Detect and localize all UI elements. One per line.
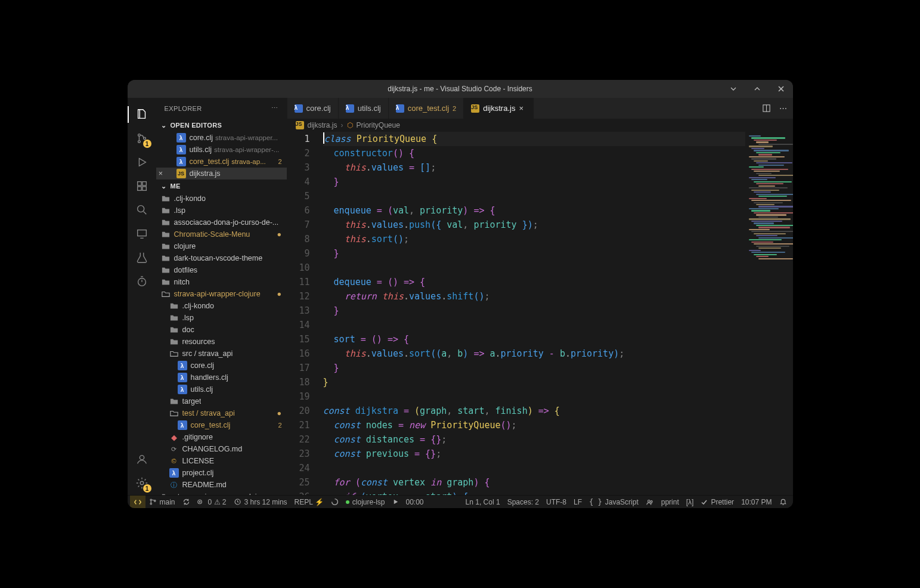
code-line[interactable]: const distances = {}; <box>323 432 745 447</box>
tree-folder[interactable]: dark-toucan-vscode-theme <box>156 252 287 264</box>
status-encoding[interactable]: UTF-8 <box>543 496 570 508</box>
tree-folder[interactable]: associacao-dona-jo-curso-de-... <box>156 216 287 228</box>
run-debug-icon[interactable] <box>128 150 156 174</box>
tree-folder[interactable]: dotfiles <box>156 264 287 276</box>
code-line[interactable]: this.values.sort((a, b) => a.priority - … <box>323 346 745 361</box>
tree-folder[interactable]: doc <box>156 324 287 336</box>
code-line[interactable]: this.values = []; <box>323 160 745 175</box>
window-maximize-button[interactable] <box>745 80 769 98</box>
code-line[interactable] <box>323 318 745 332</box>
status-sync[interactable] <box>179 496 194 508</box>
remote-icon[interactable] <box>128 222 156 246</box>
editor-tab[interactable]: JSdijkstra.js× <box>464 98 534 119</box>
status-calva-loading[interactable] <box>327 496 342 508</box>
code-line[interactable]: } <box>323 304 745 318</box>
code-line[interactable]: if (vertex === start) { <box>323 490 745 495</box>
code-line[interactable]: dequeue = () => { <box>323 275 745 289</box>
tree-file[interactable]: λutils.clj <box>156 383 287 395</box>
tree-folder[interactable]: test / strava_api● <box>156 407 287 419</box>
code-line[interactable]: } <box>323 361 745 375</box>
code-line[interactable]: constructor() { <box>323 146 745 160</box>
status-live-share[interactable] <box>642 496 658 508</box>
code-line[interactable]: const previous = {}; <box>323 447 745 461</box>
status-wakatime[interactable]: 3 hrs 12 mins <box>230 496 291 508</box>
settings-icon[interactable]: 1 <box>128 471 156 495</box>
code-line[interactable]: } <box>323 375 745 389</box>
account-icon[interactable] <box>128 447 156 471</box>
code-line[interactable] <box>323 189 745 203</box>
source-control-icon[interactable]: 1 <box>128 126 156 150</box>
code-line[interactable]: this.values.push({ val, priority }); <box>323 218 745 232</box>
tree-folder[interactable]: src / strava_api <box>156 348 287 360</box>
tree-file[interactable]: ©LICENSE <box>156 455 287 467</box>
code-editor[interactable]: 1234567891011121314151617181920212223242… <box>287 132 745 495</box>
split-editor-button[interactable] <box>762 104 771 113</box>
search-icon[interactable] <box>128 198 156 222</box>
timer-icon[interactable] <box>128 270 156 293</box>
code-line[interactable] <box>323 261 745 275</box>
code-line[interactable]: enqueue = (val, priority) => { <box>323 203 745 218</box>
code-line[interactable]: } <box>323 246 745 261</box>
close-icon[interactable]: × <box>156 169 166 178</box>
workspace-header[interactable]: ⌄ ME <box>156 180 287 193</box>
status-problems[interactable]: 0 ⚠ 2 <box>194 496 230 508</box>
code-line[interactable] <box>323 389 745 404</box>
code-line[interactable] <box>323 461 745 475</box>
code-text[interactable]: class PriorityQueue { constructor() { th… <box>321 132 745 495</box>
status-indent[interactable]: Spaces: 2 <box>504 496 543 508</box>
window-close-button[interactable] <box>769 80 793 98</box>
open-editor-item[interactable]: λutils.cljstrava-api-wrapper-... <box>156 144 287 156</box>
tree-folder[interactable]: resources <box>156 336 287 348</box>
tree-folder[interactable]: clojure <box>156 240 287 252</box>
tree-file[interactable]: λcore.clj <box>156 360 287 372</box>
close-icon[interactable]: × <box>519 104 526 113</box>
status-clock[interactable]: 10:07 PM <box>738 496 775 508</box>
status-repl[interactable]: REPL ⚡ <box>291 496 327 508</box>
status-branch[interactable]: main <box>145 496 179 508</box>
tree-folder[interactable]: Chromatic-Scale-Menu● <box>156 228 287 240</box>
code-line[interactable]: const nodes = new PriorityQueue(); <box>323 418 745 432</box>
open-editor-item[interactable]: ×JSdijkstra.js <box>156 168 287 180</box>
status-remote-indicator[interactable] <box>130 496 145 508</box>
breadcrumb[interactable]: JS dijkstra.js › ⬡ PriorityQueue <box>287 119 793 132</box>
tree-folder[interactable]: .clj-kondo <box>156 300 287 312</box>
code-line[interactable]: for (const vertex in graph) { <box>323 475 745 490</box>
status-lsp[interactable]: clojure-lsp <box>342 496 389 508</box>
tree-file[interactable]: ◆.gitignore <box>156 431 287 443</box>
tree-file[interactable]: ⓘREADME.md <box>156 479 287 491</box>
editor-tab[interactable]: λcore.clj <box>287 98 339 119</box>
code-line[interactable]: sort = () => { <box>323 332 745 346</box>
sidebar-more-button[interactable]: ⋯ <box>271 104 278 112</box>
code-line[interactable]: const dijkstra = (graph, start, finish) … <box>323 404 745 418</box>
tree-folder[interactable]: .lsp <box>156 205 287 216</box>
window-minimize-button[interactable] <box>721 80 745 98</box>
open-editor-item[interactable]: λcore_test.cljstrava-ap...2 <box>156 156 287 168</box>
status-lambda[interactable]: [λ] <box>683 496 698 508</box>
editor-more-button[interactable]: ⋯ <box>779 104 787 113</box>
code-line[interactable]: } <box>323 175 745 189</box>
tree-folder[interactable]: strava-api-wrapper-nodejs <box>156 491 287 495</box>
code-line[interactable]: return this.values.shift(); <box>323 289 745 304</box>
editor-tab[interactable]: λutils.clj <box>339 98 389 119</box>
tree-folder[interactable]: .lsp <box>156 312 287 324</box>
tree-file[interactable]: λproject.clj <box>156 467 287 479</box>
code-line[interactable]: class PriorityQueue { <box>323 132 745 146</box>
status-pprint[interactable]: pprint <box>658 496 683 508</box>
files-icon[interactable] <box>128 103 156 126</box>
code-line[interactable]: this.sort(); <box>323 232 745 246</box>
status-timer[interactable]: 00:00 <box>402 496 428 508</box>
tree-folder[interactable]: .clj-kondo <box>156 193 287 205</box>
tree-folder[interactable]: strava-api-wrapper-clojure● <box>156 288 287 300</box>
tree-file[interactable]: ⟳CHANGELOG.md <box>156 443 287 455</box>
status-eol[interactable]: LF <box>570 496 586 508</box>
status-lang[interactable]: { }JavaScript <box>586 496 642 508</box>
open-editor-item[interactable]: λcore.cljstrava-api-wrapper... <box>156 132 287 144</box>
extensions-icon[interactable] <box>128 174 156 198</box>
open-editors-header[interactable]: ⌄ OPEN EDITORS <box>156 119 287 132</box>
status-cursor-pos[interactable]: Ln 1, Col 1 <box>462 496 504 508</box>
beaker-icon[interactable] <box>128 246 156 270</box>
tree-file[interactable]: λcore_test.clj2 <box>156 419 287 431</box>
tree-folder[interactable]: nitch <box>156 276 287 288</box>
minimap[interactable] <box>745 132 793 495</box>
status-play[interactable] <box>389 496 402 508</box>
